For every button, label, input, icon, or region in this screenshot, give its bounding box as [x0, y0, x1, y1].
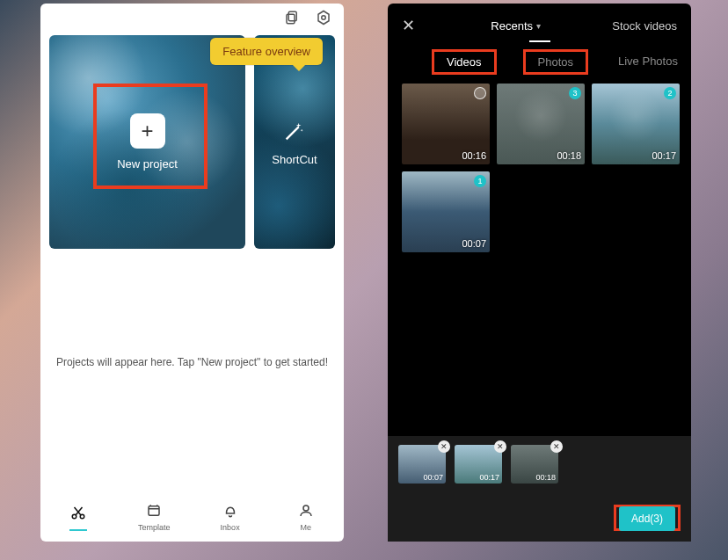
- svg-point-7: [303, 505, 309, 511]
- scissors-icon: [70, 505, 86, 522]
- svg-rect-1: [287, 14, 295, 24]
- media-thumbnail[interactable]: 2 00:17: [592, 84, 680, 164]
- media-picker-screen: ✕ Recents ▾ Stock videos Videos Photos L…: [388, 4, 691, 542]
- album-title: Recents: [491, 19, 533, 33]
- highlight-box-add-button: Add(3): [614, 505, 681, 531]
- chevron-down-icon: ▾: [536, 21, 541, 31]
- tab-live-photos[interactable]: Live Photos: [615, 49, 681, 75]
- svg-point-3: [322, 16, 326, 20]
- bell-icon: [222, 503, 238, 520]
- home-topbar: [40, 4, 344, 35]
- highlight-box-photos-tab: Photos: [523, 49, 588, 75]
- album-dropdown[interactable]: Recents ▾: [491, 19, 541, 33]
- selection-badge[interactable]: 3: [569, 87, 581, 99]
- media-thumbnail[interactable]: 00:16: [402, 84, 490, 164]
- stock-videos-link[interactable]: Stock videos: [612, 19, 677, 33]
- add-button[interactable]: Add(3): [619, 506, 675, 531]
- tray-thumbnail[interactable]: ✕ 00:18: [511, 445, 558, 484]
- settings-icon[interactable]: [316, 10, 331, 29]
- shortcut-label: ShortCut: [272, 153, 317, 166]
- tab-photos[interactable]: Photos: [535, 50, 577, 74]
- tray-row: ✕ 00:07 ✕ 00:17 ✕ 00:18: [398, 445, 681, 484]
- tab-videos[interactable]: Videos: [443, 50, 485, 74]
- tab-inbox[interactable]: Inbox: [204, 503, 257, 532]
- selection-tray: ✕ 00:07 ✕ 00:17 ✕ 00:18 Add(3): [388, 436, 691, 542]
- duration-label: 00:18: [535, 473, 556, 482]
- media-grid: 00:16 3 00:18 2 00:17 1 00:07: [388, 84, 691, 252]
- selection-badge[interactable]: 1: [474, 175, 486, 187]
- feature-overview-badge[interactable]: Feature overview: [210, 38, 323, 65]
- remove-icon[interactable]: ✕: [438, 440, 450, 453]
- highlight-box-videos-tab: Videos: [432, 49, 497, 75]
- tab-template-label: Template: [138, 523, 171, 532]
- tab-edit[interactable]: [52, 505, 105, 531]
- template-icon: [146, 503, 162, 520]
- media-type-tabs: Videos Photos Live Photos: [388, 44, 691, 84]
- close-icon[interactable]: ✕: [402, 16, 419, 35]
- person-icon: [298, 503, 314, 520]
- selection-badge[interactable]: 2: [664, 87, 676, 99]
- multi-window-icon[interactable]: [284, 10, 300, 29]
- hero-section: Feature overview + New project ShortCut: [40, 35, 344, 249]
- duration-label: 00:07: [462, 238, 486, 249]
- selection-circle[interactable]: [474, 87, 486, 99]
- duration-label: 00:16: [462, 150, 486, 161]
- duration-label: 00:17: [479, 473, 499, 482]
- wand-icon: [282, 119, 307, 146]
- duration-label: 00:07: [423, 473, 443, 482]
- remove-icon[interactable]: ✕: [494, 440, 506, 453]
- duration-label: 00:17: [652, 150, 676, 161]
- tab-me[interactable]: Me: [280, 503, 332, 532]
- picker-header: ✕ Recents ▾ Stock videos: [388, 4, 691, 44]
- svg-rect-0: [288, 11, 296, 21]
- remove-icon[interactable]: ✕: [550, 440, 563, 453]
- new-project-card[interactable]: + New project: [49, 35, 245, 249]
- empty-projects-hint: Projects will appear here. Tap "New proj…: [40, 356, 344, 368]
- svg-marker-2: [318, 11, 329, 25]
- album-underline: [529, 40, 550, 42]
- tray-thumbnail[interactable]: ✕ 00:17: [455, 445, 502, 484]
- tab-inbox-label: Inbox: [221, 523, 240, 532]
- home-screen: Feature overview + New project ShortCut …: [40, 4, 344, 542]
- highlight-box-new-project: [93, 84, 207, 189]
- media-thumbnail[interactable]: 1 00:07: [402, 171, 490, 252]
- svg-rect-6: [149, 506, 159, 516]
- tray-thumbnail[interactable]: ✕ 00:07: [398, 445, 446, 484]
- duration-label: 00:18: [557, 150, 581, 161]
- tab-template[interactable]: Template: [127, 503, 180, 532]
- bottom-tabbar: Template Inbox Me: [40, 493, 344, 542]
- tab-me-label: Me: [301, 523, 312, 532]
- media-thumbnail[interactable]: 3 00:18: [497, 84, 585, 164]
